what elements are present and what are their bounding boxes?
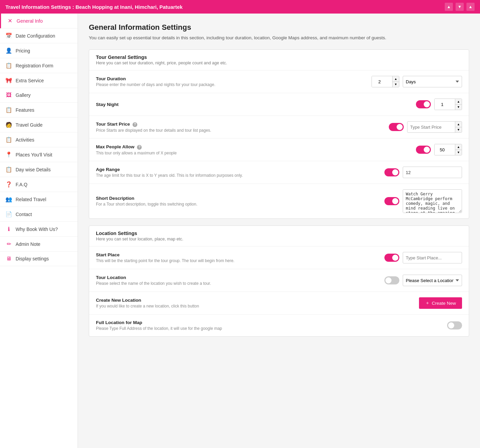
tour-general-desc: Here you can set tour duration, night, p… <box>96 61 462 65</box>
max-people-toggle[interactable] <box>416 146 431 154</box>
registration-icon: 📋 <box>5 62 12 69</box>
tour-start-price-info-icon: ? <box>133 122 137 127</box>
price-down[interactable]: ▼ <box>455 127 462 133</box>
tour-duration-label: Tour Duration <box>96 76 372 81</box>
sidebar-item-extra-service[interactable]: 🎀 Extra Service <box>0 73 78 88</box>
tour-start-price-toggle[interactable] <box>389 123 404 131</box>
sidebar-item-related-travel[interactable]: 👥 Related Travel <box>0 192 78 207</box>
sidebar-item-faq[interactable]: ❓ F.A.Q <box>0 177 78 192</box>
travel-guide-icon: 🧑 <box>5 122 12 128</box>
tour-location-right: Please Select a Location <box>384 275 462 286</box>
spinner-down[interactable]: ▼ <box>393 82 399 87</box>
header-btn-down[interactable]: ▼ <box>456 3 464 11</box>
sidebar-item-features[interactable]: 📋 Features <box>0 103 78 118</box>
sidebar-label-pricing: Pricing <box>16 48 30 54</box>
sidebar-item-travel-guide[interactable]: 🧑 Travel Guide <box>0 118 78 132</box>
max-people-spinner: ▲ ▼ <box>434 144 462 155</box>
short-desc-row: Short Description For a Tour short descr… <box>89 184 469 218</box>
location-desc: Here you can set tour location, place, m… <box>96 237 462 241</box>
max-people-up[interactable]: ▲ <box>455 144 462 150</box>
sidebar-item-admin-note[interactable]: ✏ Admin Note <box>0 237 78 252</box>
tour-location-select[interactable]: Please Select a Location <box>403 275 462 286</box>
sidebar-label-contact: Contact <box>16 212 32 217</box>
tour-start-price-left: Tour Start Price ? Price Starts are disp… <box>96 122 389 133</box>
price-up[interactable]: ▲ <box>455 122 462 127</box>
header-btn-up[interactable]: ▲ <box>445 3 453 11</box>
create-location-row: Create New Location If you would like to… <box>89 292 469 315</box>
full-location-toggle[interactable] <box>447 321 462 329</box>
tour-duration-row: Tour Duration Please enter the number of… <box>89 70 469 93</box>
sidebar-label-date-config: Date Configuration <box>16 33 55 39</box>
sidebar: ✕ General Info 📅 Date Configuration 👤 Pr… <box>0 14 78 448</box>
stay-night-toggle[interactable] <box>416 100 431 108</box>
sidebar-item-gallery[interactable]: 🖼 Gallery <box>0 88 78 103</box>
tour-start-price-spinner: ▲ ▼ <box>407 121 462 133</box>
sidebar-label-travel-guide: Travel Guide <box>16 122 43 128</box>
age-range-left: Age Range The age limit for this tour is… <box>96 167 384 178</box>
sidebar-label-extra-service: Extra Service <box>16 78 44 83</box>
stay-night-input[interactable] <box>435 99 455 110</box>
age-range-input[interactable] <box>403 167 462 178</box>
create-new-button[interactable]: ＋ Create New <box>419 297 462 309</box>
sidebar-item-pricing[interactable]: 👤 Pricing <box>0 43 78 58</box>
tour-start-price-input[interactable] <box>407 122 455 132</box>
tour-location-left: Tour Location Please select the name of … <box>96 275 384 286</box>
start-place-toggle[interactable] <box>384 254 399 262</box>
faq-icon: ❓ <box>5 181 12 188</box>
location-settings-card: Location Settings Here you can set tour … <box>89 226 469 337</box>
max-people-spinner-btns: ▲ ▼ <box>455 144 462 155</box>
stay-night-row: Stay Night ▲ ▼ <box>89 93 469 116</box>
sidebar-item-day-wise[interactable]: 📋 Day wise Details <box>0 162 78 177</box>
age-range-label: Age Range <box>96 167 384 172</box>
activities-icon: 📋 <box>5 136 12 143</box>
stay-night-spinner: ▲ ▼ <box>434 99 462 110</box>
short-desc-textarea[interactable]: Watch Gerry McCambridge perform comedy, … <box>403 189 462 213</box>
tour-location-desc: Please select the name of the location y… <box>96 281 384 286</box>
sidebar-item-date-configuration[interactable]: 📅 Date Configuration <box>0 28 78 43</box>
tour-general-title: Tour General Settings <box>96 55 462 60</box>
short-desc-toggle[interactable] <box>384 197 399 205</box>
sidebar-label-general-info: General Info <box>17 18 43 24</box>
stay-night-up[interactable]: ▲ <box>455 99 462 105</box>
sidebar-item-registration-form[interactable]: 📋 Registration Form <box>0 58 78 73</box>
tour-start-price-spinner-btns: ▲ ▼ <box>455 122 462 132</box>
sidebar-label-related-travel: Related Travel <box>16 197 46 202</box>
sidebar-item-display-settings[interactable]: 🖥 Display settings <box>0 252 78 266</box>
related-travel-icon: 👥 <box>5 196 12 202</box>
tour-duration-desc: Please enter the number of days and nigh… <box>96 82 372 87</box>
age-range-desc: The age limit for this tour is X to Y ye… <box>96 173 384 178</box>
sidebar-label-faq: F.A.Q <box>16 182 27 187</box>
location-header: Location Settings Here you can set tour … <box>89 226 469 247</box>
tour-general-header: Tour General Settings Here you can set t… <box>89 50 469 70</box>
start-place-right <box>384 252 462 263</box>
age-range-row: Age Range The age limit for this tour is… <box>89 161 469 184</box>
tour-location-row: Tour Location Please select the name of … <box>89 269 469 292</box>
max-people-down[interactable]: ▼ <box>455 150 462 155</box>
start-place-left: Start Place This will be the starting po… <box>96 252 384 263</box>
tour-duration-unit[interactable]: Days Nights Hours <box>403 76 462 87</box>
full-location-row: Full Location for Map Please Type Full A… <box>89 315 469 336</box>
sidebar-item-places[interactable]: 📍 Places You'll Visit <box>0 147 78 162</box>
sidebar-item-general-info[interactable]: ✕ General Info <box>0 14 78 28</box>
sidebar-item-why-book[interactable]: ℹ Why Book With Us? <box>0 222 78 237</box>
header-btn-collapse[interactable]: ▲ <box>466 3 475 11</box>
full-location-right <box>447 321 462 329</box>
spinner-up[interactable]: ▲ <box>393 76 399 82</box>
tour-duration-input[interactable] <box>372 76 392 87</box>
general-info-icon: ✕ <box>6 18 13 24</box>
create-location-right: ＋ Create New <box>419 297 462 309</box>
tour-location-toggle[interactable] <box>384 276 399 284</box>
start-place-input[interactable] <box>403 252 462 263</box>
stay-night-down[interactable]: ▼ <box>455 105 462 110</box>
tour-duration-spinner: ▲ ▼ <box>372 76 399 87</box>
age-range-toggle[interactable] <box>384 168 399 176</box>
places-icon: 📍 <box>5 151 12 158</box>
tour-start-price-desc: Price Starts are displayed on the tour d… <box>96 128 389 133</box>
short-desc-left: Short Description For a Tour short descr… <box>96 196 384 207</box>
gallery-icon: 🖼 <box>5 92 12 98</box>
sidebar-item-activities[interactable]: 📋 Activities <box>0 132 78 147</box>
max-people-input[interactable] <box>435 144 455 155</box>
max-people-left: Max People Allow ? This tour only allows… <box>96 144 416 155</box>
sidebar-item-contact[interactable]: 📄 Contact <box>0 207 78 222</box>
create-new-label: Create New <box>432 301 456 306</box>
